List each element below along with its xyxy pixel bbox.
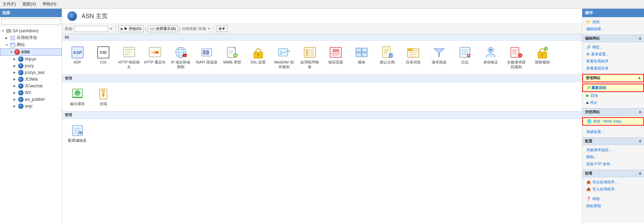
expand-arrow-wxjc[interactable]: ▶ [13,104,17,108]
action-edit-perms[interactable]: 编辑权限... [582,26,644,33]
icon-cell-compress[interactable]: 压缩 [91,85,116,108]
menu-help[interactable]: 帮助(H) [41,1,58,8]
menu-view[interactable]: 视图(V) [21,1,37,8]
icon-cell-handler[interactable]: 处理程序映射 [297,43,322,72]
expand-arrow-asn[interactable]: ▼ [10,50,13,54]
tree-item-jcszy[interactable]: ▶ jcszy [0,62,62,69]
icon-cell-request-filter[interactable]: 请求筛选 [426,43,451,72]
icon-cell-failed-trace[interactable]: ! 失败请求跟踪规则 [504,43,529,72]
filter-arrow[interactable]: ▼ [109,27,113,31]
icon-cell-cgi[interactable]: CGI CGI [91,43,116,72]
action-export-app[interactable]: 📤 导出应用程序... [582,179,644,186]
action-bindings[interactable]: 🔗 绑定... [582,44,644,51]
action-online-help[interactable]: 联机帮助 [582,203,644,210]
deploy-collapse-icon[interactable]: ∧ [639,171,641,176]
auth-label: 身份验证 [483,60,498,64]
show-all-button[interactable]: □ □ 全部显示(A) [148,25,178,32]
expand-arrow-wx-publish[interactable]: ▶ [13,98,17,101]
action-limits[interactable]: 限制... [582,153,644,161]
expand-arrow-jcweb[interactable]: ▶ [13,78,17,81]
mime-label: MIME 类型 [223,60,241,64]
content-header: ASN 主页 [62,9,582,24]
icon-cell-http-headers[interactable]: HTTP 响应标头 [116,43,142,72]
icon-cell-webdav[interactable]: DAV WebDAV 创作规则 [271,43,297,72]
modules-label: 模块 [358,60,365,64]
action-online-help-label: 联机帮助 [586,204,601,209]
icon-cell-output-cache[interactable]: 输出缓存 [65,85,90,108]
action-advanced-settings[interactable]: 高级设置... [582,128,644,135]
expand-arrow-apppool[interactable]: ▶ [5,36,9,40]
show-all-icon: □ [150,27,152,31]
action-view-apps[interactable]: 查看应用程序 [582,58,644,65]
manage-collapse-icon[interactable]: ∧ [638,76,641,80]
isapi-icon [200,46,213,59]
action-add-ftp[interactable]: 添加 FTP 发布... [582,161,644,168]
sidebar-tree: ▼ SA (sa\Admin) ▶ 应用程序池 ▼ 网站 [0,26,62,223]
edit-website-section: 🔗 绑定... ⚙ 基本设置... 查看应用程序 查看虚拟目录 [582,42,644,73]
action-basic-settings[interactable]: ⚙ 基本设置... [582,51,644,58]
action-start[interactable]: ▶ 启动 [582,92,644,99]
filter-input[interactable] [74,26,108,32]
start-button[interactable]: ▶ ▶ 开始(G) [118,25,144,32]
action-import-app[interactable]: 📥 导入应用程序... [582,186,644,193]
tree-item-hhjcys[interactable]: ▶ hhjcys [0,56,62,62]
expand-arrow-jcwechat[interactable]: ▶ [13,84,17,88]
restart-icon: ↺ [587,86,590,90]
icon-cell-auth-rules[interactable]: 授权规则 [530,43,555,72]
output-cache-label: 输出缓存 [70,101,85,106]
tree-item-wx[interactable]: ▶ WX [0,89,62,96]
icon-cell-config-editor[interactable]: 配置编辑器 [65,122,90,145]
action-browse[interactable]: 📁 浏览 [582,18,644,26]
menu-file[interactable]: 文件(F) [1,1,17,8]
config-collapse-icon[interactable]: ∧ [639,139,641,143]
expand-arrow-hhjcys[interactable]: ▶ [13,57,17,61]
deploy-section-title: 部署 ∧ [582,170,644,177]
tree-label-jcszy: jcszy [25,63,34,68]
icon-cell-http-redirect[interactable]: HTTP 重定向 [142,43,167,72]
browse-collapse-icon[interactable]: ∧ [639,110,641,114]
expand-arrow-jcszys-test[interactable]: ▶ [13,71,17,74]
sidebar-search-input[interactable] [1,18,60,25]
tree-item-wxjc[interactable]: ▶ wxjc [0,103,62,109]
tree-item-jcwechat[interactable]: ▶ JCwechat [0,83,62,89]
expand-arrow-jcszy[interactable]: ▶ [13,64,17,68]
tree-label-sa: SA (sa\Admin) [13,29,39,33]
expand-arrow-wx[interactable]: ▶ [13,91,17,94]
icon-cell-logging[interactable]: 日志 [452,43,477,72]
action-stop[interactable]: ■ 停止 [582,99,644,106]
icon-cell-default-doc[interactable]: 默认文档 [375,43,400,72]
config-section: 失败请求追踪... 限制... 添加 FTP 发布... [582,145,644,169]
action-help[interactable]: ❓ 帮助 [582,195,644,203]
icon-cell-mime[interactable]: M MIME 类型 [220,43,245,72]
icon-cell-isapi[interactable]: ISAPI 筛选器 [194,43,219,72]
sidebar: 连接 ▼ SA (sa\Admin) ▶ 应用程序池 [0,9,62,223]
view-button[interactable]: ⊞▼ [216,26,228,32]
tree-item-asn[interactable]: ▼ ASN [0,48,62,56]
deploy-section: 📤 导出应用程序... 📥 导入应用程序... [582,177,644,194]
tree-item-wx-publish[interactable]: ▶ wx_publish [0,96,62,103]
icon-cell-auth[interactable]: 身份验证 [478,43,503,72]
expand-arrow-sa[interactable]: ▼ [1,29,5,33]
action-browse-8000[interactable]: 🌐 浏览 *:8000 (http) [582,117,644,126]
tree-item-websites[interactable]: ▼ 网站 [0,41,62,48]
tree-item-sa[interactable]: ▼ SA (sa\Admin) [0,28,62,34]
svg-text:M: M [234,54,236,57]
icon-cell-error-pages[interactable]: 404 错误页面 [323,43,348,72]
collapse-icon[interactable]: ∧ [639,36,641,41]
tree-item-jcszys-test[interactable]: ▶ jcszys_test [0,69,62,76]
action-view-vdir[interactable]: 查看虚拟目录 [582,65,644,72]
compress-icon [97,87,110,101]
action-failed-req-tracking[interactable]: 失败请求追踪... [582,146,644,153]
icon-cell-dir-browse[interactable]: 目录浏览 [400,43,426,72]
expand-arrow-websites[interactable]: ▼ [5,43,9,47]
icon-cell-asp[interactable]: ASP ASP [65,43,90,72]
icon-cell-modules[interactable]: 模块 [349,43,374,72]
tree-item-apppool[interactable]: ▶ 应用程序池 [0,34,62,41]
action-restart[interactable]: ↺ 重新启动 [582,84,644,92]
icon-cell-ip-restrict[interactable]: ✕ IP 地址和域限制 [168,43,193,72]
tree-item-jcweb[interactable]: ▶ JCWeb [0,76,62,83]
group-by-arrow[interactable]: ▼ [207,27,211,31]
icon-cell-ssl[interactable]: SSL 设置 [246,43,271,72]
svg-text:DAV: DAV [286,50,290,52]
request-filter-label: 请求筛选 [432,60,446,64]
